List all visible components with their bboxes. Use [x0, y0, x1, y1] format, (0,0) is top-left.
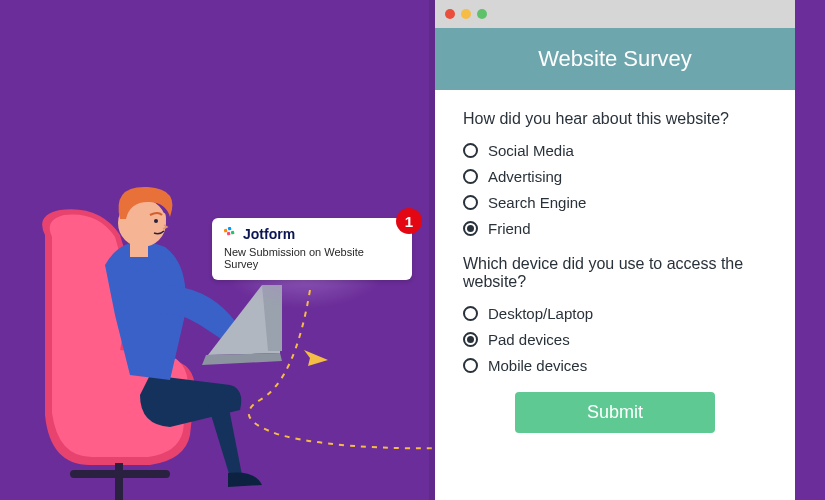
question-2-options: Desktop/Laptop Pad devices Mobile device… [463, 305, 767, 374]
radio-icon [463, 221, 478, 236]
option-label: Search Engine [488, 194, 586, 211]
radio-icon [463, 358, 478, 373]
svg-rect-8 [227, 232, 231, 236]
svg-rect-0 [115, 463, 123, 500]
notification-badge-count: 1 [405, 213, 413, 230]
q1-option-advertising[interactable]: Advertising [463, 168, 767, 185]
option-label: Social Media [488, 142, 574, 159]
browser-window: Website Survey How did you hear about th… [435, 0, 795, 500]
svg-rect-1 [70, 470, 170, 478]
jotform-logo-icon [224, 227, 238, 241]
window-maximize-icon[interactable] [477, 9, 487, 19]
q2-option-pad[interactable]: Pad devices [463, 331, 767, 348]
q1-option-search-engine[interactable]: Search Engine [463, 194, 767, 211]
notification-brand-label: Jotform [243, 226, 295, 242]
q2-option-desktop[interactable]: Desktop/Laptop [463, 305, 767, 322]
browser-toolbar [435, 0, 795, 28]
svg-rect-9 [231, 231, 235, 235]
notification-brand: Jotform [224, 226, 400, 242]
radio-icon [463, 195, 478, 210]
radio-icon [463, 169, 478, 184]
q2-option-mobile[interactable]: Mobile devices [463, 357, 767, 374]
option-label: Advertising [488, 168, 562, 185]
notification-card: Jotform New Submission on Website Survey… [212, 218, 412, 280]
radio-icon [463, 143, 478, 158]
q1-option-social-media[interactable]: Social Media [463, 142, 767, 159]
option-label: Mobile devices [488, 357, 587, 374]
svg-rect-7 [228, 227, 232, 231]
notification-message: New Submission on Website Survey [224, 246, 400, 270]
window-close-icon[interactable] [445, 9, 455, 19]
option-label: Friend [488, 220, 531, 237]
question-2-text: Which device did you use to access the w… [463, 255, 767, 291]
svg-rect-6 [224, 229, 228, 233]
window-minimize-icon[interactable] [461, 9, 471, 19]
notification-badge: 1 [396, 208, 422, 234]
survey-title: Website Survey [435, 28, 795, 90]
q1-option-friend[interactable]: Friend [463, 220, 767, 237]
svg-point-4 [121, 220, 131, 230]
question-1-options: Social Media Advertising Search Engine F… [463, 142, 767, 237]
option-label: Pad devices [488, 331, 570, 348]
radio-icon [463, 306, 478, 321]
survey-body: How did you hear about this website? Soc… [435, 90, 795, 443]
radio-icon [463, 332, 478, 347]
question-1-text: How did you hear about this website? [463, 110, 767, 128]
svg-point-5 [154, 219, 158, 223]
submit-button[interactable]: Submit [515, 392, 715, 433]
option-label: Desktop/Laptop [488, 305, 593, 322]
